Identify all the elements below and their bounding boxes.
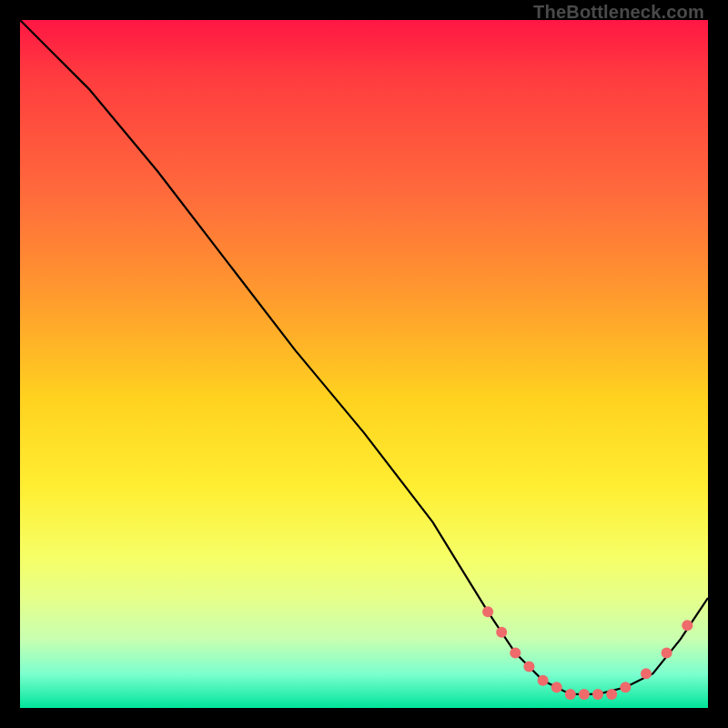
marker-dot — [606, 689, 617, 700]
marker-dot — [523, 662, 534, 672]
marker-dot — [565, 689, 576, 700]
marker-dot — [496, 627, 507, 638]
marker-dot — [551, 682, 562, 693]
marker-dot — [579, 689, 590, 700]
marker-dot — [538, 675, 549, 686]
marker-dot — [620, 682, 631, 693]
marker-dot — [682, 620, 693, 631]
marker-dot — [510, 648, 521, 659]
marker-dot — [482, 606, 493, 617]
chart-container: TheBottleneck.com — [0, 0, 728, 728]
chart-svg — [20, 20, 708, 708]
plot-area — [20, 20, 708, 708]
watermark-text: TheBottleneck.com — [533, 2, 704, 23]
marker-dot — [641, 668, 652, 679]
marker-dot — [592, 689, 603, 700]
bottleneck-points — [482, 606, 693, 700]
bottleneck-curve — [20, 20, 708, 694]
marker-dot — [662, 648, 672, 659]
